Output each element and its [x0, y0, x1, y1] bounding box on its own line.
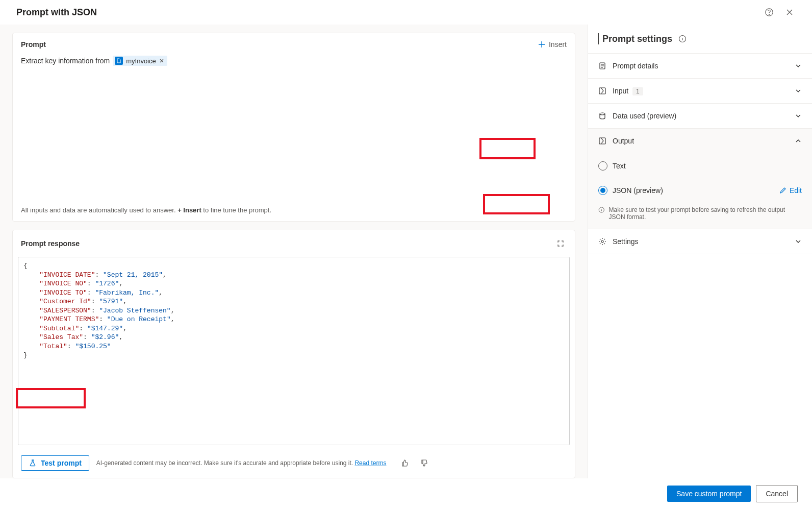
text-cursor: [598, 33, 599, 44]
chip-label: myInvoice: [126, 57, 156, 65]
json-output[interactable]: { "INVOICE DATE": "Sept 21, 2015", "INVO…: [18, 257, 570, 445]
cancel-button[interactable]: Cancel: [756, 485, 798, 502]
input-chip[interactable]: myInvoice: [113, 56, 167, 66]
insert-label: Insert: [549, 40, 567, 49]
svg-rect-4: [599, 88, 605, 94]
radio-checked-icon: [598, 186, 607, 195]
prompt-editor[interactable]: Extract key information from myInvoice: [13, 56, 575, 66]
settings-panel: Prompt settings Prompt details Input 1: [588, 25, 812, 478]
prompt-card-head: Prompt Insert: [13, 33, 575, 56]
output-info: Make sure to test your prompt before sav…: [598, 206, 802, 221]
save-button[interactable]: Save custom prompt: [667, 486, 751, 502]
radio-unchecked-icon: [598, 161, 607, 171]
chevron-down-icon: [795, 62, 802, 69]
input-count-badge: 1: [632, 87, 643, 95]
insert-button[interactable]: Insert: [538, 40, 567, 49]
dialog-header: Prompt with JSON: [0, 0, 812, 25]
response-card: Prompt response { "INVOICE DATE": "Sept …: [12, 230, 575, 478]
info-icon: [598, 206, 605, 213]
gear-icon: [598, 237, 606, 246]
chevron-down-icon: [795, 87, 802, 94]
edit-button[interactable]: Edit: [779, 186, 802, 195]
accordion-input[interactable]: Input 1: [588, 78, 812, 103]
dialog-title: Prompt with JSON: [16, 7, 97, 18]
prompt-footer: All inputs and data are automatically us…: [13, 199, 575, 221]
output-json-radio[interactable]: JSON (preview) Edit: [598, 182, 802, 199]
input-icon: [598, 87, 606, 95]
main-layout: Prompt Insert Extract key information fr…: [0, 25, 812, 478]
settings-title: Prompt settings: [602, 34, 672, 44]
disclaimer-text: AI-generated content may be incorrect. M…: [96, 459, 387, 467]
close-icon[interactable]: [783, 6, 796, 18]
svg-point-1: [769, 14, 769, 15]
response-footer: Test prompt AI-generated content may be …: [13, 450, 575, 478]
output-body: Text JSON (preview) Edit Make sure to te…: [588, 153, 812, 229]
dialog-footer: Save custom prompt Cancel: [0, 478, 812, 509]
output-icon: [598, 137, 606, 145]
info-icon[interactable]: [676, 33, 689, 45]
details-icon: [598, 62, 606, 70]
response-card-head: Prompt response: [13, 230, 575, 257]
header-actions: [763, 6, 796, 18]
chevron-down-icon: [795, 112, 802, 119]
thumbs-up-icon[interactable]: [398, 457, 411, 469]
svg-point-8: [601, 240, 603, 243]
chevron-down-icon: [795, 238, 802, 245]
chevron-up-icon: [795, 137, 802, 144]
accordion-prompt-details[interactable]: Prompt details: [588, 53, 812, 78]
chip-file-icon: [115, 57, 123, 65]
left-column: Prompt Insert Extract key information fr…: [0, 25, 588, 478]
accordion-data-used[interactable]: Data used (preview): [588, 103, 812, 128]
pencil-icon: [779, 187, 786, 194]
help-icon[interactable]: [763, 6, 775, 18]
database-icon: [598, 112, 606, 120]
thumbs-down-icon[interactable]: [418, 457, 430, 469]
svg-point-5: [600, 113, 605, 115]
prompt-card: Prompt Insert Extract key information fr…: [12, 33, 575, 222]
prompt-text: Extract key information from: [21, 57, 110, 65]
expand-icon[interactable]: [554, 237, 567, 250]
read-terms-link[interactable]: Read terms: [354, 459, 386, 467]
output-text-radio[interactable]: Text: [598, 157, 802, 175]
chip-remove-icon[interactable]: [159, 58, 164, 63]
accordion-settings[interactable]: Settings: [588, 229, 812, 254]
prompt-card-title: Prompt: [21, 40, 46, 49]
feedback-buttons: [398, 457, 430, 469]
test-prompt-button[interactable]: Test prompt: [21, 455, 89, 471]
svg-rect-6: [599, 138, 605, 144]
test-prompt-label: Test prompt: [41, 459, 82, 467]
response-card-title: Prompt response: [21, 239, 80, 248]
accordion-output[interactable]: Output Text JSON (preview) Edit: [588, 128, 812, 229]
settings-header: Prompt settings: [588, 25, 812, 53]
